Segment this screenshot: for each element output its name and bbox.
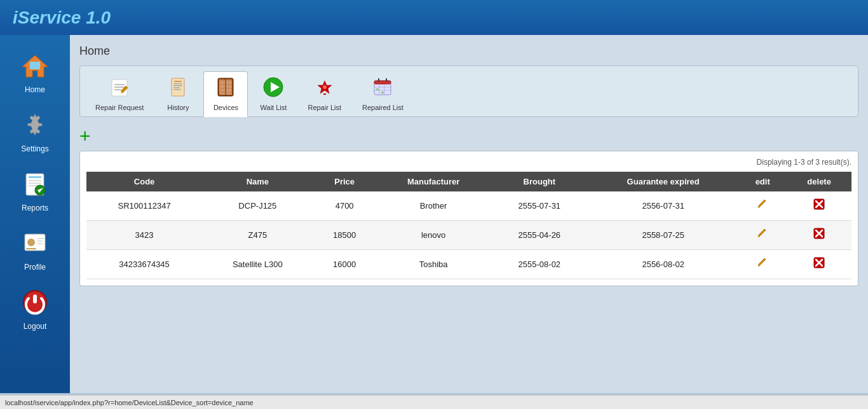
svg-rect-26 [173,85,182,87]
tab-bar: Repair Request History [79,66,858,117]
svg-rect-49 [381,92,384,94]
tab-repair-request-label: Repair Request [95,104,144,111]
svg-point-38 [323,85,327,89]
sidebar-item-home[interactable]: Home [0,41,70,101]
col-name: Name [202,172,313,191]
svg-rect-1 [30,62,40,69]
col-delete: delete [787,172,851,191]
tab-devices[interactable]: Devices [203,71,248,117]
cell-1: Satellite L300 [202,250,313,279]
svg-rect-24 [174,81,182,82]
result-count: Displaying 1-3 of 3 result(s). [86,158,851,167]
home-icon-wrap [18,48,53,83]
cell-1: DCP-J125 [202,191,313,221]
edit-button[interactable] [757,228,768,242]
sidebar-item-profile[interactable]: Profile [0,219,70,278]
cell-1: Z475 [202,221,313,250]
col-guarantee: Guarantee expired [588,172,738,191]
reports-icon-wrap [18,166,53,201]
table-row: 3423Z47518500lenovo2555-04-262558-07-25 [86,221,851,250]
cell-3: Toshiba [376,250,491,279]
cell-2: 16000 [313,250,376,279]
profile-icon [21,229,49,257]
cell-4: 2555-08-02 [491,250,588,279]
cell-0: SR100112347 [86,191,202,221]
cell-5: 2558-07-25 [588,221,738,250]
devices-table: Code Name Price Manufacturer Brought Gua… [86,172,851,279]
tab-repair-list-label: Repair List [308,104,341,111]
sidebar-item-settings[interactable]: Settings [0,101,70,160]
tab-repaired-list-label: Repaired List [362,104,403,111]
edit-button[interactable] [757,257,768,272]
col-manufacturer: Manufacturer [376,172,491,191]
table-area: Displaying 1-3 of 3 result(s). Code Name… [79,151,858,286]
col-edit: edit [738,172,787,191]
page-title: Home [79,45,858,58]
tab-repaired-list[interactable]: Repaired List [353,72,412,116]
wait-list-icon [262,76,285,101]
sidebar-logout-label: Logout [24,322,47,331]
table-body: SR100112347DCP-J1254700Brother2555-07-31… [86,191,851,279]
header: iService 1.0 [0,0,868,35]
logout-icon [21,288,49,316]
repair-list-icon [313,76,336,101]
sidebar-reports-label: Reports [22,204,48,212]
main-layout: Home Settings [0,35,868,393]
table-header-row: Code Name Price Manufacturer Brought Gua… [86,172,851,191]
sidebar-item-logout[interactable]: Logout [0,278,70,337]
cell-3: lenovo [376,221,491,250]
tab-history[interactable]: History [156,72,200,116]
svg-point-11 [27,239,35,246]
tab-repair-request[interactable]: Repair Request [86,72,153,116]
delete-button[interactable] [813,256,825,272]
profile-icon-wrap [18,225,53,260]
svg-rect-5 [29,180,41,181]
svg-rect-14 [37,240,43,242]
svg-rect-12 [26,248,36,249]
delete-button[interactable] [813,227,825,243]
repair-request-icon [108,76,131,101]
home-icon [21,53,49,78]
tab-wait-list[interactable]: Wait List [251,72,295,116]
sidebar-settings-label: Settings [21,144,48,153]
svg-rect-4 [29,176,41,178]
svg-rect-17 [33,295,37,303]
svg-rect-13 [37,238,44,239]
tab-wait-list-label: Wait List [261,104,287,111]
sidebar-profile-label: Profile [24,263,46,272]
cell-2: 18500 [313,221,376,250]
svg-rect-25 [173,83,182,85]
content-area: Home Repair Request [70,35,868,393]
cell-5: 2556-07-31 [588,191,738,221]
cell-3: Brother [376,191,491,221]
sidebar-item-reports[interactable]: Reports [0,160,70,219]
col-price: Price [313,172,376,191]
cell-5: 2556-08-02 [588,250,738,279]
table-row: 34233674345Satellite L30016000Toshiba255… [86,250,851,279]
tab-history-label: History [167,104,189,111]
cell-2: 4700 [313,191,376,221]
statusbar: localhost/iservice/app/index.php?r=home/… [0,395,868,409]
svg-rect-27 [173,87,180,88]
svg-rect-28 [173,89,181,90]
sidebar-home-label: Home [25,85,45,94]
delete-button[interactable] [813,198,825,214]
logout-icon-wrap [18,284,53,319]
gear-icon [21,111,49,139]
statusbar-url: localhost/iservice/app/index.php?r=home/… [5,399,254,406]
cell-4: 2555-04-26 [491,221,588,250]
cell-0: 34233674345 [86,250,202,279]
add-button[interactable]: + [79,127,91,146]
svg-rect-39 [323,94,326,95]
cell-0: 3423 [86,221,202,250]
svg-rect-6 [29,183,41,184]
svg-rect-41 [374,81,391,84]
edit-button[interactable] [757,198,768,213]
app-title: iService 1.0 [13,8,111,28]
col-brought: Brought [491,172,588,191]
devices-icon [214,76,237,101]
tab-repair-list[interactable]: Repair List [299,72,350,116]
repaired-list-icon [371,76,394,101]
table-row: SR100112347DCP-J1254700Brother2555-07-31… [86,191,851,221]
tab-devices-label: Devices [214,104,238,111]
